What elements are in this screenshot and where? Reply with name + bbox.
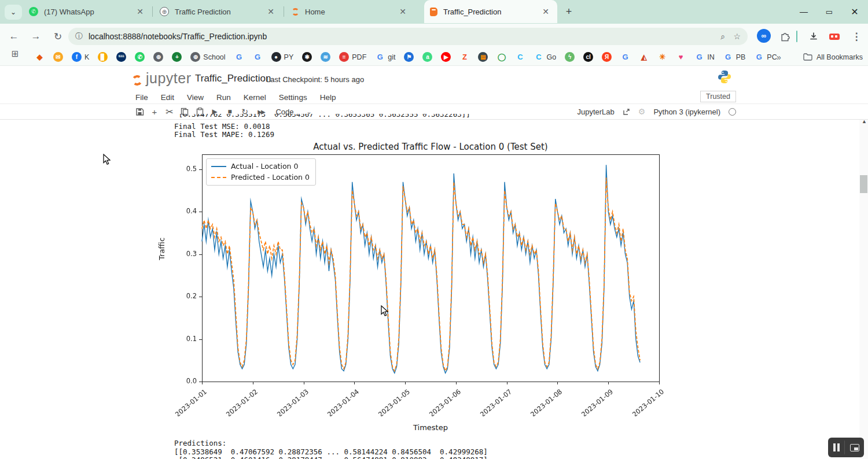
cl-icon: cl: [583, 52, 593, 62]
bookmark-school-globe[interactable]: ⊕School: [190, 52, 225, 62]
bookmark-wheel[interactable]: ✱: [302, 52, 312, 62]
extension-red-icon[interactable]: [826, 28, 843, 45]
minimize-button[interactable]: —: [790, 0, 817, 23]
all-bookmarks-button[interactable]: All Bookmarks: [803, 53, 863, 61]
forward-icon[interactable]: →: [28, 28, 44, 45]
bookmark-sheets[interactable]: +: [172, 52, 182, 62]
back-icon[interactable]: ←: [6, 28, 22, 45]
predictions-line2: [0.3486521 0.4601416 0.28178447 ... 0.56…: [174, 456, 488, 459]
add-cell-button[interactable]: +: [147, 104, 162, 119]
close-window-button[interactable]: ✕: [841, 0, 868, 23]
bookmark-google-2[interactable]: G: [253, 52, 263, 62]
bookmark-kite[interactable]: ◆: [35, 52, 45, 62]
url-text[interactable]: localhost:8888/notebooks/Traffic_Predict…: [89, 32, 713, 41]
menu-view[interactable]: View: [187, 93, 204, 102]
jupyter-brand-text: jupyter: [146, 70, 192, 87]
new-tab-button[interactable]: +: [560, 0, 578, 23]
bookmark-ring[interactable]: ◯: [496, 52, 506, 62]
bookmark-google-pc[interactable]: GPC: [754, 52, 777, 62]
tab-whatsapp[interactable]: ✆ (17) WhatsApp ✕: [23, 0, 152, 23]
bookmark-upstox[interactable]: ϟ: [565, 52, 575, 62]
bookmark-eye[interactable]: ✳: [657, 52, 667, 62]
tab-close-icon[interactable]: ✕: [265, 7, 277, 16]
google-3-icon: G: [620, 52, 630, 62]
browser-menu-kebab-icon[interactable]: ⋮: [848, 28, 865, 45]
youtube-icon: ▶: [441, 52, 451, 62]
bookmark-cl[interactable]: cl: [583, 52, 593, 62]
tab-home[interactable]: Home ✕: [286, 0, 414, 23]
page-scrollbar-track[interactable]: [859, 120, 868, 459]
trusted-button[interactable]: Trusted: [700, 91, 736, 102]
menu-kernel[interactable]: Kernel: [244, 93, 266, 102]
zoom-icon[interactable]: ⌕: [721, 32, 726, 42]
menu-items: FileEditViewRunKernelSettingsHelp: [135, 90, 336, 104]
bookmark-github[interactable]: ●PY: [271, 52, 294, 62]
save-button[interactable]: [132, 104, 147, 119]
bookmark-docker[interactable]: ≋: [321, 52, 330, 62]
tab-traffic-prediction-active[interactable]: Traffic_Prediction ✕: [424, 0, 557, 23]
python-logo-icon: [716, 69, 733, 85]
bookmark-google-in[interactable]: GIN: [694, 52, 715, 62]
menu-help[interactable]: Help: [320, 93, 336, 102]
reload-icon[interactable]: ↻: [50, 28, 66, 45]
bookmark-google-git[interactable]: Ggit: [375, 52, 395, 62]
tab-close-icon[interactable]: ✕: [134, 7, 146, 16]
scrollbar-thumb[interactable]: [860, 175, 867, 193]
bookmark-canva-go[interactable]: CGo: [534, 52, 556, 62]
tab-traffic-prediction[interactable]: ⊕ Traffic Prediction ✕: [154, 0, 282, 23]
bookmark-label: Go: [546, 53, 556, 61]
chart-legend: Actual - Location 0 Predicted - Location…: [206, 158, 316, 186]
extensions-puzzle-icon[interactable]: [777, 28, 793, 45]
toolbar-separator: [796, 31, 797, 42]
bookmark-pdf[interactable]: ≡PDF: [339, 52, 366, 62]
bookmark-store[interactable]: ▤: [478, 52, 488, 62]
notebook-title[interactable]: Traffic_Prediction: [195, 73, 271, 84]
bookmark-ieee[interactable]: IEEE: [116, 52, 126, 62]
upstox-icon: ϟ: [565, 52, 575, 62]
bookmark-matlab[interactable]: ◭: [639, 52, 649, 62]
bookmark-youtube[interactable]: ▶: [441, 52, 451, 62]
jupyter-header: jupyter Traffic_Prediction Last Checkpoi…: [0, 66, 868, 90]
bookmark-google-3[interactable]: G: [620, 52, 630, 62]
bookmark-flag[interactable]: ⚑: [404, 52, 414, 62]
bookmarks-overflow-chevron-icon[interactable]: »: [777, 53, 781, 62]
bookmark-globe[interactable]: ⊕: [153, 52, 163, 62]
tab-title: Home: [305, 8, 325, 16]
legend-label-predicted: Predicted - Location 0: [231, 173, 310, 182]
bookmark-canva[interactable]: C: [515, 52, 525, 62]
bookmark-star-icon[interactable]: ☆: [733, 32, 741, 41]
apps-grid-icon[interactable]: ⊞: [7, 46, 23, 62]
address-bar[interactable]: ⓘ localhost:8888/notebooks/Traffic_Predi…: [68, 28, 748, 45]
bookmark-label: PB: [736, 53, 746, 61]
bookmark-analytics[interactable]: ▊: [98, 52, 108, 62]
bookmark-whatsapp[interactable]: ✆: [135, 52, 145, 62]
bookmark-yandex[interactable]: Я: [602, 52, 612, 62]
menu-settings[interactable]: Settings: [279, 93, 307, 102]
bookmark-heart[interactable]: ♥: [676, 52, 686, 62]
picture-in-picture-icon[interactable]: [850, 444, 859, 451]
scrollbar-up-arrow[interactable]: ▲: [862, 119, 867, 124]
extension-blue-icon[interactable]: ∞: [757, 29, 771, 43]
pause-icon[interactable]: [833, 443, 840, 451]
bookmark-google-1[interactable]: G: [234, 52, 244, 62]
menu-edit[interactable]: Edit: [161, 93, 174, 102]
tab-search-chevron-icon[interactable]: ⌄: [5, 5, 22, 20]
bookmark-android[interactable]: a: [422, 52, 432, 62]
bookmark-google-pb[interactable]: GPB: [723, 52, 746, 62]
downloads-icon[interactable]: [806, 28, 822, 45]
bookmark-mail[interactable]: ✉: [53, 52, 63, 62]
bookmark-facebook[interactable]: fK: [72, 52, 89, 62]
site-info-icon[interactable]: ⓘ: [75, 31, 83, 42]
predictions-line1: [[0.3538649 0.47067592 0.28872356 ... 0.…: [174, 447, 488, 456]
tab-separator: [152, 6, 153, 17]
jupyter-logo[interactable]: jupyter: [132, 70, 192, 87]
legend-label-actual: Actual - Location 0: [231, 162, 298, 171]
tab-close-icon[interactable]: ✕: [397, 7, 409, 16]
pdf-icon: ≡: [339, 52, 349, 62]
ring-icon: ◯: [496, 52, 506, 62]
menu-file[interactable]: File: [135, 93, 148, 102]
maximize-button[interactable]: ▭: [816, 0, 843, 23]
bookmark-zerodha[interactable]: Z: [459, 52, 469, 62]
tab-close-icon[interactable]: ✕: [540, 7, 551, 16]
menu-run[interactable]: Run: [216, 93, 231, 102]
